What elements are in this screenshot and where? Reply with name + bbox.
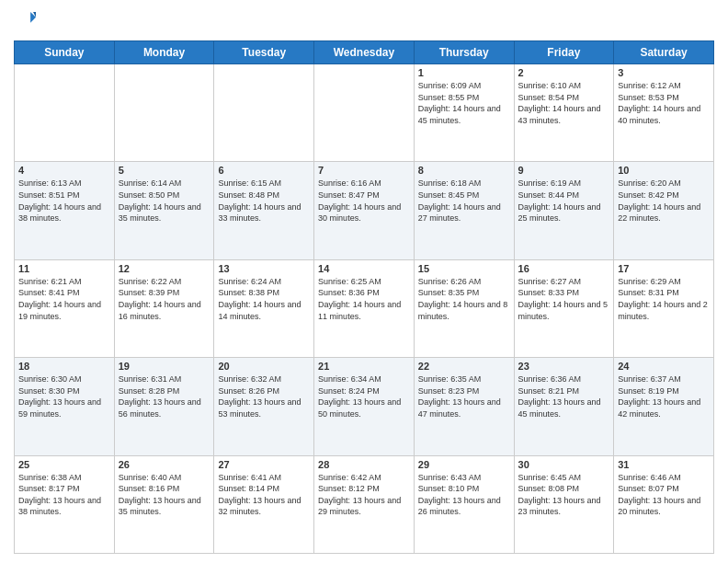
day-number: 24	[618, 361, 710, 372]
calendar-week-row: 1Sunrise: 6:09 AM Sunset: 8:55 PM Daylig…	[15, 64, 714, 162]
sun-info: Sunrise: 6:18 AM Sunset: 8:45 PM Dayligh…	[418, 178, 510, 224]
header	[14, 9, 714, 33]
calendar-body: 1Sunrise: 6:09 AM Sunset: 8:55 PM Daylig…	[15, 64, 714, 554]
calendar-cell: 6Sunrise: 6:15 AM Sunset: 8:48 PM Daylig…	[214, 162, 314, 259]
day-number: 7	[318, 165, 410, 176]
sun-info: Sunrise: 6:30 AM Sunset: 8:30 PM Dayligh…	[18, 373, 110, 419]
calendar-cell: 17Sunrise: 6:29 AM Sunset: 8:31 PM Dayli…	[614, 259, 714, 357]
calendar-cell: 2Sunrise: 6:10 AM Sunset: 8:54 PM Daylig…	[514, 64, 614, 162]
calendar-cell: 23Sunrise: 6:36 AM Sunset: 8:21 PM Dayli…	[514, 358, 614, 455]
day-header-thursday: Thursday	[414, 41, 514, 64]
calendar-cell: 27Sunrise: 6:41 AM Sunset: 8:14 PM Dayli…	[214, 455, 314, 553]
calendar-cell: 21Sunrise: 6:34 AM Sunset: 8:24 PM Dayli…	[314, 358, 415, 455]
sun-info: Sunrise: 6:40 AM Sunset: 8:16 PM Dayligh…	[119, 472, 210, 518]
sun-info: Sunrise: 6:38 AM Sunset: 8:17 PM Dayligh…	[18, 472, 110, 518]
calendar-cell: 15Sunrise: 6:26 AM Sunset: 8:35 PM Dayli…	[414, 259, 514, 357]
calendar-cell: 19Sunrise: 6:31 AM Sunset: 8:28 PM Dayli…	[114, 358, 214, 455]
calendar-week-row: 4Sunrise: 6:13 AM Sunset: 8:51 PM Daylig…	[15, 162, 714, 259]
calendar-cell: 22Sunrise: 6:35 AM Sunset: 8:23 PM Dayli…	[414, 358, 514, 455]
calendar-table: SundayMondayTuesdayWednesdayThursdayFrid…	[14, 40, 714, 554]
day-header-wednesday: Wednesday	[314, 41, 415, 64]
sun-info: Sunrise: 6:12 AM Sunset: 8:53 PM Dayligh…	[618, 80, 710, 126]
sun-info: Sunrise: 6:22 AM Sunset: 8:39 PM Dayligh…	[119, 276, 210, 322]
sun-info: Sunrise: 6:19 AM Sunset: 8:44 PM Dayligh…	[518, 178, 610, 224]
sun-info: Sunrise: 6:10 AM Sunset: 8:54 PM Dayligh…	[518, 80, 610, 126]
calendar-week-row: 25Sunrise: 6:38 AM Sunset: 8:17 PM Dayli…	[15, 455, 714, 553]
sun-info: Sunrise: 6:32 AM Sunset: 8:26 PM Dayligh…	[218, 373, 310, 419]
day-number: 18	[18, 361, 110, 372]
day-number: 4	[18, 165, 110, 176]
calendar-cell: 3Sunrise: 6:12 AM Sunset: 8:53 PM Daylig…	[614, 64, 714, 162]
calendar-cell: 12Sunrise: 6:22 AM Sunset: 8:39 PM Dayli…	[114, 259, 214, 357]
day-number: 6	[218, 165, 310, 176]
sun-info: Sunrise: 6:27 AM Sunset: 8:33 PM Dayligh…	[518, 276, 610, 322]
sun-info: Sunrise: 6:34 AM Sunset: 8:24 PM Dayligh…	[318, 373, 410, 419]
day-number: 12	[119, 263, 210, 274]
day-number: 25	[18, 459, 110, 470]
sun-info: Sunrise: 6:31 AM Sunset: 8:28 PM Dayligh…	[119, 373, 210, 419]
day-number: 3	[618, 67, 710, 78]
calendar-cell: 9Sunrise: 6:19 AM Sunset: 8:44 PM Daylig…	[514, 162, 614, 259]
sun-info: Sunrise: 6:46 AM Sunset: 8:07 PM Dayligh…	[618, 472, 710, 518]
calendar-week-row: 11Sunrise: 6:21 AM Sunset: 8:41 PM Dayli…	[15, 259, 714, 357]
day-number: 23	[518, 361, 610, 372]
sun-info: Sunrise: 6:24 AM Sunset: 8:38 PM Dayligh…	[218, 276, 310, 322]
day-number: 21	[318, 361, 410, 372]
day-number: 9	[518, 165, 610, 176]
calendar-cell: 25Sunrise: 6:38 AM Sunset: 8:17 PM Dayli…	[15, 455, 115, 553]
day-number: 31	[618, 459, 710, 470]
calendar-cell: 29Sunrise: 6:43 AM Sunset: 8:10 PM Dayli…	[414, 455, 514, 553]
calendar-cell: 30Sunrise: 6:45 AM Sunset: 8:08 PM Dayli…	[514, 455, 614, 553]
day-number: 2	[518, 67, 610, 78]
calendar-header-row: SundayMondayTuesdayWednesdayThursdayFrid…	[15, 41, 714, 64]
calendar-cell: 24Sunrise: 6:37 AM Sunset: 8:19 PM Dayli…	[614, 358, 714, 455]
calendar-cell: 7Sunrise: 6:16 AM Sunset: 8:47 PM Daylig…	[314, 162, 415, 259]
day-number: 14	[318, 263, 410, 274]
calendar-cell: 11Sunrise: 6:21 AM Sunset: 8:41 PM Dayli…	[15, 259, 115, 357]
calendar-cell	[214, 64, 314, 162]
sun-info: Sunrise: 6:36 AM Sunset: 8:21 PM Dayligh…	[518, 373, 610, 419]
sun-info: Sunrise: 6:42 AM Sunset: 8:12 PM Dayligh…	[318, 472, 410, 518]
day-number: 30	[518, 459, 610, 470]
calendar-cell	[15, 64, 115, 162]
calendar-cell: 16Sunrise: 6:27 AM Sunset: 8:33 PM Dayli…	[514, 259, 614, 357]
day-number: 27	[218, 459, 310, 470]
calendar-cell: 10Sunrise: 6:20 AM Sunset: 8:42 PM Dayli…	[614, 162, 714, 259]
sun-info: Sunrise: 6:14 AM Sunset: 8:50 PM Dayligh…	[119, 178, 210, 224]
day-number: 5	[119, 165, 210, 176]
sun-info: Sunrise: 6:37 AM Sunset: 8:19 PM Dayligh…	[618, 373, 710, 419]
day-number: 15	[418, 263, 510, 274]
calendar-cell: 1Sunrise: 6:09 AM Sunset: 8:55 PM Daylig…	[414, 64, 514, 162]
sun-info: Sunrise: 6:43 AM Sunset: 8:10 PM Dayligh…	[418, 472, 510, 518]
sun-info: Sunrise: 6:21 AM Sunset: 8:41 PM Dayligh…	[18, 276, 110, 322]
day-number: 1	[418, 67, 510, 78]
day-number: 16	[518, 263, 610, 274]
sun-info: Sunrise: 6:09 AM Sunset: 8:55 PM Dayligh…	[418, 80, 510, 126]
day-header-sunday: Sunday	[15, 41, 115, 64]
calendar-cell	[114, 64, 214, 162]
day-number: 8	[418, 165, 510, 176]
sun-info: Sunrise: 6:41 AM Sunset: 8:14 PM Dayligh…	[218, 472, 310, 518]
calendar-cell: 14Sunrise: 6:25 AM Sunset: 8:36 PM Dayli…	[314, 259, 415, 357]
day-number: 20	[218, 361, 310, 372]
day-number: 26	[119, 459, 210, 470]
calendar-cell: 31Sunrise: 6:46 AM Sunset: 8:07 PM Dayli…	[614, 455, 714, 553]
calendar-cell: 20Sunrise: 6:32 AM Sunset: 8:26 PM Dayli…	[214, 358, 314, 455]
day-number: 10	[618, 165, 710, 176]
calendar-cell: 5Sunrise: 6:14 AM Sunset: 8:50 PM Daylig…	[114, 162, 214, 259]
day-number: 19	[119, 361, 210, 372]
calendar-cell: 13Sunrise: 6:24 AM Sunset: 8:38 PM Dayli…	[214, 259, 314, 357]
day-header-monday: Monday	[114, 41, 214, 64]
calendar-cell	[314, 64, 415, 162]
sun-info: Sunrise: 6:15 AM Sunset: 8:48 PM Dayligh…	[218, 178, 310, 224]
sun-info: Sunrise: 6:16 AM Sunset: 8:47 PM Dayligh…	[318, 178, 410, 224]
day-number: 28	[318, 459, 410, 470]
calendar-cell: 18Sunrise: 6:30 AM Sunset: 8:30 PM Dayli…	[15, 358, 115, 455]
day-number: 11	[18, 263, 110, 274]
calendar-week-row: 18Sunrise: 6:30 AM Sunset: 8:30 PM Dayli…	[15, 358, 714, 455]
calendar-cell: 4Sunrise: 6:13 AM Sunset: 8:51 PM Daylig…	[15, 162, 115, 259]
sun-info: Sunrise: 6:26 AM Sunset: 8:35 PM Dayligh…	[418, 276, 510, 322]
day-number: 22	[418, 361, 510, 372]
sun-info: Sunrise: 6:25 AM Sunset: 8:36 PM Dayligh…	[318, 276, 410, 322]
day-number: 29	[418, 459, 510, 470]
